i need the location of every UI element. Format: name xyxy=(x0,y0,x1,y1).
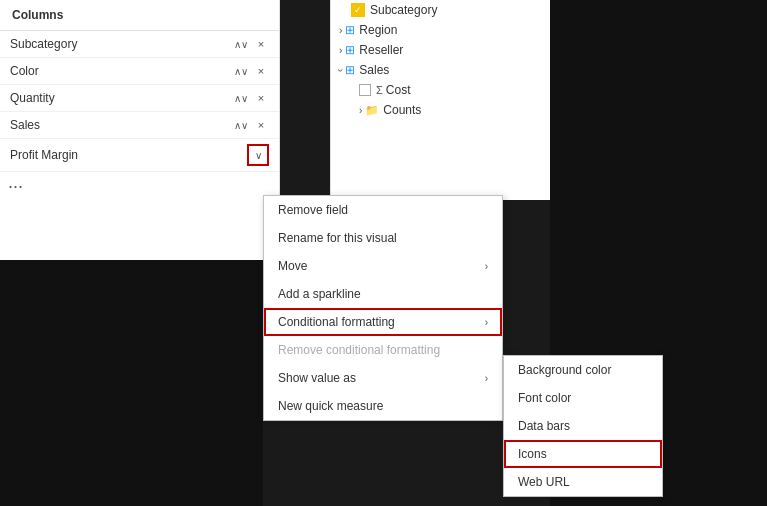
tree-label-region: Region xyxy=(359,23,397,37)
menu-item-conditional-formatting[interactable]: Conditional formatting › xyxy=(264,308,502,336)
tree-item-cost[interactable]: Σ Cost xyxy=(331,80,550,100)
black-bg-left xyxy=(0,260,30,506)
tree-label-reseller: Reseller xyxy=(359,43,403,57)
field-item-color: Color ∧∨ × xyxy=(0,58,279,85)
submenu-conditional-formatting: Background color Font color Data bars Ic… xyxy=(503,355,663,497)
field-controls-profit-margin: ∨ xyxy=(247,144,269,166)
tree-label-cost: Cost xyxy=(386,83,411,97)
menu-label-move: Move xyxy=(278,259,307,273)
close-color[interactable]: × xyxy=(253,63,269,79)
menu-label-new-quick-measure: New quick measure xyxy=(278,399,383,413)
black-bg-bottom xyxy=(30,260,263,506)
menu-item-remove-conditional: Remove conditional formatting xyxy=(264,336,502,364)
menu-item-new-quick-measure[interactable]: New quick measure xyxy=(264,392,502,420)
table-icon-region: ⊞ xyxy=(345,23,355,37)
folder-icon-counts: 📁 xyxy=(365,104,379,117)
tree-item-counts[interactable]: › 📁 Counts xyxy=(331,100,550,120)
submenu-item-icons[interactable]: Icons xyxy=(504,440,662,468)
field-item-subcategory: Subcategory ∧∨ × xyxy=(0,31,279,58)
expand-icon-reseller: › xyxy=(339,45,342,56)
field-tree-panel: ✓ Subcategory › ⊞ Region › ⊞ Reseller › … xyxy=(330,0,550,200)
chevron-subcategory[interactable]: ∧∨ xyxy=(233,36,249,52)
submenu-label-web-url: Web URL xyxy=(518,475,570,489)
checked-icon: ✓ xyxy=(351,3,365,17)
menu-item-add-sparkline[interactable]: Add a sparkline xyxy=(264,280,502,308)
close-subcategory[interactable]: × xyxy=(253,36,269,52)
expand-icon-region: › xyxy=(339,25,342,36)
menu-item-remove-field[interactable]: Remove field xyxy=(264,196,502,224)
checkbox-cost xyxy=(359,84,371,96)
submenu-item-font-color[interactable]: Font color xyxy=(504,384,662,412)
submenu-item-data-bars[interactable]: Data bars xyxy=(504,412,662,440)
field-controls-color: ∧∨ × xyxy=(233,63,269,79)
menu-label-rename: Rename for this visual xyxy=(278,231,397,245)
columns-panel: Columns Subcategory ∧∨ × Color ∧∨ × Quan… xyxy=(0,0,280,260)
tree-label-counts: Counts xyxy=(383,103,421,117)
field-name-profit-margin: Profit Margin xyxy=(10,148,247,162)
chevron-quantity[interactable]: ∧∨ xyxy=(233,90,249,106)
chevron-sales[interactable]: ∧∨ xyxy=(233,117,249,133)
menu-item-rename[interactable]: Rename for this visual xyxy=(264,224,502,252)
field-name-subcategory: Subcategory xyxy=(10,37,233,51)
tree-item-sales[interactable]: › ⊞ Sales xyxy=(331,60,550,80)
submenu-label-icons: Icons xyxy=(518,447,547,461)
tree-label-subcategory: Subcategory xyxy=(370,3,437,17)
columns-header: Columns xyxy=(0,0,279,31)
field-item-sales: Sales ∧∨ × xyxy=(0,112,279,139)
close-sales[interactable]: × xyxy=(253,117,269,133)
field-controls-quantity: ∧∨ × xyxy=(233,90,269,106)
table-icon-sales: ⊞ xyxy=(345,63,355,77)
tree-item-subcategory[interactable]: ✓ Subcategory xyxy=(331,0,550,20)
field-item-quantity: Quantity ∧∨ × xyxy=(0,85,279,112)
submenu-item-web-url[interactable]: Web URL xyxy=(504,468,662,496)
menu-label-remove-conditional: Remove conditional formatting xyxy=(278,343,440,357)
tree-label-sales: Sales xyxy=(359,63,389,77)
table-icon-reseller: ⊞ xyxy=(345,43,355,57)
field-item-profit-margin: Profit Margin ∨ xyxy=(0,139,279,172)
menu-label-conditional-formatting: Conditional formatting xyxy=(278,315,395,329)
sigma-icon-cost: Σ xyxy=(376,84,383,96)
menu-item-show-value[interactable]: Show value as › xyxy=(264,364,502,392)
tree-item-region[interactable]: › ⊞ Region xyxy=(331,20,550,40)
submenu-item-background-color[interactable]: Background color xyxy=(504,356,662,384)
field-name-quantity: Quantity xyxy=(10,91,233,105)
chevron-profit-margin[interactable]: ∨ xyxy=(247,144,269,166)
context-menu: Remove field Rename for this visual Move… xyxy=(263,195,503,421)
arrow-icon-show-value: › xyxy=(485,373,488,384)
menu-label-remove-field: Remove field xyxy=(278,203,348,217)
field-name-color: Color xyxy=(10,64,233,78)
submenu-label-data-bars: Data bars xyxy=(518,419,570,433)
black-bg-right xyxy=(762,0,767,506)
arrow-icon-move: › xyxy=(485,261,488,272)
expand-icon-sales: › xyxy=(335,68,346,71)
arrow-icon-conditional: › xyxy=(485,317,488,328)
more-fields-dots: ··· xyxy=(0,172,279,201)
menu-label-add-sparkline: Add a sparkline xyxy=(278,287,361,301)
expand-icon-counts: › xyxy=(359,105,362,116)
chevron-color[interactable]: ∧∨ xyxy=(233,63,249,79)
field-name-sales: Sales xyxy=(10,118,233,132)
submenu-label-font-color: Font color xyxy=(518,391,571,405)
submenu-label-background-color: Background color xyxy=(518,363,611,377)
tree-item-reseller[interactable]: › ⊞ Reseller xyxy=(331,40,550,60)
close-quantity[interactable]: × xyxy=(253,90,269,106)
field-controls-subcategory: ∧∨ × xyxy=(233,36,269,52)
menu-item-move[interactable]: Move › xyxy=(264,252,502,280)
menu-label-show-value: Show value as xyxy=(278,371,356,385)
field-controls-sales: ∧∨ × xyxy=(233,117,269,133)
